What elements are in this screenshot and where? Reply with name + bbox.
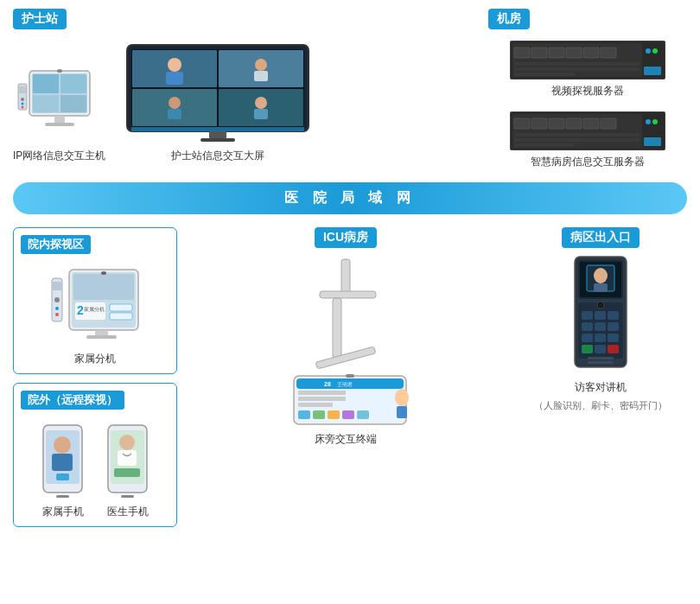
svg-text:28: 28 [324, 381, 331, 387]
svg-rect-118 [595, 311, 606, 320]
svg-rect-100 [298, 403, 333, 407]
nurse-screen-label: 护士站信息交互大屏 [171, 149, 264, 163]
svg-rect-42 [514, 67, 640, 71]
svg-rect-97 [397, 406, 407, 418]
svg-rect-37 [583, 48, 599, 58]
svg-rect-33 [514, 48, 530, 58]
svg-rect-79 [56, 474, 69, 480]
outdoor-label: 院外（远程探视） [21, 391, 124, 410]
svg-rect-125 [608, 334, 619, 342]
bed-terminal-device: 28 王明君 床 [268, 255, 423, 447]
svg-rect-105 [357, 410, 369, 419]
svg-rect-10 [19, 86, 26, 93]
svg-point-6 [57, 69, 62, 73]
svg-rect-104 [342, 410, 354, 419]
svg-rect-86 [121, 495, 134, 498]
svg-rect-50 [566, 118, 582, 129]
svg-rect-73 [95, 330, 108, 335]
svg-rect-129 [588, 357, 614, 359]
visitor-intercom-sublabel: （人脸识别、刷卡、密码开门） [534, 399, 667, 412]
svg-point-20 [168, 58, 181, 72]
ward-exit-section: 病区出入口 [514, 227, 687, 412]
svg-point-22 [255, 59, 267, 71]
svg-rect-122 [608, 322, 619, 331]
svg-rect-44 [644, 67, 661, 75]
svg-rect-128 [608, 345, 619, 353]
svg-rect-21 [166, 72, 183, 85]
family-extension-label: 家属分机 [74, 352, 116, 366]
nurse-station-label: 护士站 [13, 9, 67, 29]
svg-point-39 [646, 48, 651, 54]
svg-rect-49 [549, 118, 564, 129]
doctor-phone-device: 医生手机 [104, 423, 151, 519]
svg-rect-23 [254, 71, 268, 81]
svg-point-53 [646, 119, 651, 124]
svg-rect-51 [583, 118, 599, 129]
svg-rect-58 [644, 137, 661, 146]
machine-devices: 视频探视服务器 [488, 41, 687, 169]
ip-host-label: IP网络信息交互主机 [13, 149, 105, 163]
svg-rect-85 [114, 468, 140, 477]
svg-rect-102 [313, 410, 325, 419]
svg-rect-127 [595, 345, 606, 353]
svg-rect-5 [60, 95, 86, 112]
svg-rect-119 [608, 311, 619, 320]
ip-host-image [16, 67, 103, 144]
svg-point-63 [55, 313, 59, 316]
bed-terminal-label: 床旁交互终端 [315, 432, 377, 447]
nurse-screen-device: 护士站信息交互大屏 [123, 41, 313, 163]
phone-row: 家属手机 [21, 423, 169, 519]
video-server-device: 视频探视服务器 [488, 41, 687, 99]
svg-rect-84 [118, 450, 137, 466]
network-bar: 医 院 局 域 网 [13, 182, 687, 214]
svg-rect-124 [595, 334, 606, 342]
svg-rect-121 [595, 322, 606, 331]
svg-point-116 [599, 303, 602, 307]
svg-point-112 [594, 268, 608, 283]
svg-rect-78 [52, 454, 73, 471]
svg-rect-113 [594, 283, 608, 292]
indoor-label: 院内探视区 [21, 235, 91, 254]
video-server-label: 视频探视服务器 [551, 84, 624, 99]
svg-rect-55 [514, 133, 640, 137]
svg-point-13 [21, 106, 23, 109]
svg-rect-87 [341, 259, 350, 294]
svg-point-77 [54, 436, 71, 454]
svg-text:2: 2 [77, 303, 84, 317]
nurse-station-section: 护士站 [13, 9, 428, 163]
svg-rect-35 [549, 48, 564, 58]
svg-point-26 [255, 97, 267, 109]
doctor-phone-label: 医生手机 [107, 505, 149, 519]
family-phone-device: 家属手机 [39, 423, 86, 519]
svg-rect-8 [45, 123, 74, 126]
svg-point-83 [119, 435, 135, 450]
svg-rect-30 [200, 138, 235, 142]
svg-point-62 [55, 307, 59, 310]
svg-rect-60 [53, 282, 61, 290]
svg-rect-57 [514, 143, 575, 147]
svg-point-24 [169, 97, 181, 109]
svg-rect-29 [209, 131, 226, 138]
family-phone-label: 家属手机 [42, 505, 84, 519]
svg-rect-2 [33, 74, 59, 93]
svg-rect-28 [131, 127, 304, 131]
visitor-intercom-label: 访客对讲机 [575, 380, 627, 395]
indoor-section: 院内探视区 [13, 227, 177, 374]
smart-server-label: 智慧病房信息交互服务器 [531, 155, 645, 169]
svg-rect-120 [582, 322, 593, 331]
svg-rect-103 [328, 410, 340, 419]
ward-exit-label: 病区出入口 [562, 227, 640, 248]
svg-point-96 [395, 389, 409, 406]
svg-rect-48 [531, 118, 547, 129]
svg-point-61 [54, 297, 60, 302]
svg-rect-88 [320, 291, 376, 298]
svg-rect-36 [566, 48, 582, 58]
svg-rect-74 [86, 335, 117, 339]
svg-rect-90 [315, 347, 376, 369]
svg-point-54 [652, 119, 658, 124]
nurse-screen-image [123, 41, 313, 144]
ip-host-device: IP网络信息交互主机 [13, 67, 105, 163]
svg-rect-126 [582, 345, 593, 353]
svg-rect-80 [56, 495, 69, 498]
svg-rect-41 [514, 62, 640, 66]
